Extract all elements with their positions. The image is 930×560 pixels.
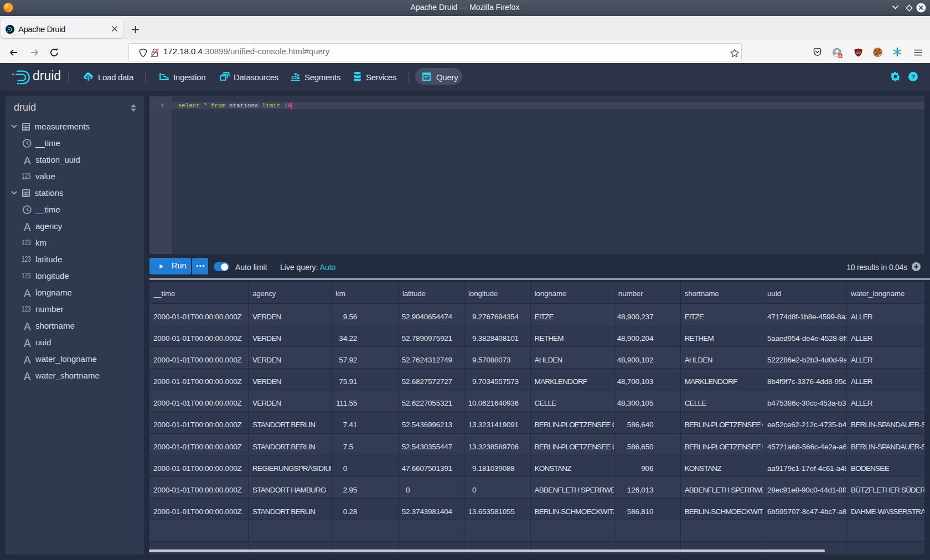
svg-text:UO: UO	[856, 51, 861, 54]
svg-text:123: 123	[22, 240, 31, 246]
svg-text:A: A	[23, 321, 30, 331]
svg-text:A: A	[23, 155, 30, 165]
svg-text:A: A	[23, 338, 30, 348]
svg-text:123: 123	[22, 306, 31, 312]
svg-text:123: 123	[22, 273, 31, 279]
svg-text:A: A	[23, 221, 30, 231]
svg-text:A: A	[23, 354, 30, 364]
svg-text:?: ?	[911, 72, 915, 80]
svg-text:123: 123	[22, 173, 31, 179]
svg-text:A: A	[23, 371, 30, 381]
svg-text:123: 123	[22, 256, 31, 262]
svg-text:A: A	[23, 288, 30, 298]
